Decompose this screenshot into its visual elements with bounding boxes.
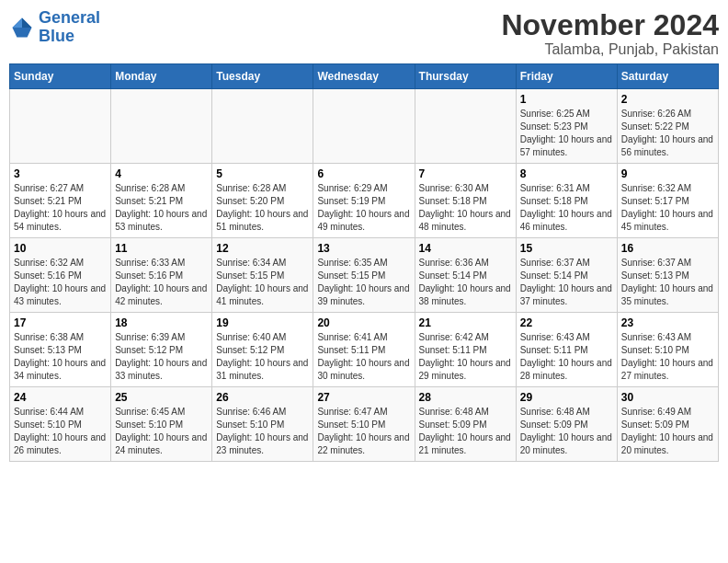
day-info: Sunrise: 6:38 AMSunset: 5:13 PMDaylight:…: [14, 331, 107, 383]
calendar-day-cell: 7Sunrise: 6:30 AMSunset: 5:18 PMDaylight…: [415, 164, 516, 238]
calendar-title: November 2024: [501, 9, 719, 41]
weekday-header: Wednesday: [313, 64, 415, 89]
weekday-header: Tuesday: [212, 64, 313, 89]
calendar-day-cell: 6Sunrise: 6:29 AMSunset: 5:19 PMDaylight…: [313, 164, 415, 238]
day-info: Sunrise: 6:28 AMSunset: 5:21 PMDaylight:…: [115, 182, 208, 234]
day-info: Sunrise: 6:45 AMSunset: 5:10 PMDaylight:…: [115, 406, 208, 457]
calendar-day-cell: 22Sunrise: 6:43 AMSunset: 5:11 PMDayligh…: [516, 313, 617, 387]
logo: General Blue: [9, 9, 100, 46]
day-info: Sunrise: 6:44 AMSunset: 5:10 PMDaylight:…: [14, 406, 107, 457]
day-number: 14: [419, 242, 512, 255]
calendar-day-cell: 23Sunrise: 6:43 AMSunset: 5:10 PMDayligh…: [617, 313, 718, 387]
day-info: Sunrise: 6:26 AMSunset: 5:22 PMDaylight:…: [621, 108, 714, 159]
calendar-week-row: 17Sunrise: 6:38 AMSunset: 5:13 PMDayligh…: [10, 313, 719, 387]
calendar-day-cell: 20Sunrise: 6:41 AMSunset: 5:11 PMDayligh…: [313, 313, 415, 387]
svg-marker-1: [22, 17, 32, 28]
calendar-day-cell: 1Sunrise: 6:25 AMSunset: 5:23 PMDaylight…: [516, 89, 617, 164]
calendar-day-cell: [10, 89, 111, 164]
day-number: 6: [317, 167, 410, 180]
calendar-day-cell: 11Sunrise: 6:33 AMSunset: 5:16 PMDayligh…: [111, 238, 212, 313]
day-info: Sunrise: 6:29 AMSunset: 5:19 PMDaylight:…: [317, 182, 410, 234]
calendar-week-row: 24Sunrise: 6:44 AMSunset: 5:10 PMDayligh…: [10, 387, 719, 462]
weekday-header: Thursday: [415, 64, 516, 89]
calendar-day-cell: 16Sunrise: 6:37 AMSunset: 5:13 PMDayligh…: [617, 238, 718, 313]
day-info: Sunrise: 6:32 AMSunset: 5:17 PMDaylight:…: [621, 182, 714, 234]
day-number: 25: [115, 391, 208, 404]
calendar-day-cell: 21Sunrise: 6:42 AMSunset: 5:11 PMDayligh…: [415, 313, 516, 387]
day-info: Sunrise: 6:34 AMSunset: 5:15 PMDaylight:…: [216, 257, 309, 308]
day-number: 20: [317, 316, 410, 329]
logo-line1: General: [39, 8, 100, 27]
day-number: 7: [419, 167, 512, 180]
day-number: 9: [621, 167, 714, 180]
day-number: 2: [621, 93, 714, 106]
day-info: Sunrise: 6:39 AMSunset: 5:12 PMDaylight:…: [115, 331, 208, 383]
day-number: 27: [317, 391, 410, 404]
day-info: Sunrise: 6:35 AMSunset: 5:15 PMDaylight:…: [317, 257, 410, 308]
calendar-day-cell: 29Sunrise: 6:48 AMSunset: 5:09 PMDayligh…: [516, 387, 617, 462]
calendar-table: SundayMondayTuesdayWednesdayThursdayFrid…: [9, 63, 719, 462]
day-number: 18: [115, 316, 208, 329]
calendar-day-cell: 9Sunrise: 6:32 AMSunset: 5:17 PMDaylight…: [617, 164, 718, 238]
day-info: Sunrise: 6:42 AMSunset: 5:11 PMDaylight:…: [419, 331, 512, 383]
calendar-week-row: 10Sunrise: 6:32 AMSunset: 5:16 PMDayligh…: [10, 238, 719, 313]
calendar-day-cell: 2Sunrise: 6:26 AMSunset: 5:22 PMDaylight…: [617, 89, 718, 164]
day-info: Sunrise: 6:37 AMSunset: 5:14 PMDaylight:…: [520, 257, 613, 308]
calendar-day-cell: 15Sunrise: 6:37 AMSunset: 5:14 PMDayligh…: [516, 238, 617, 313]
day-info: Sunrise: 6:30 AMSunset: 5:18 PMDaylight:…: [419, 182, 512, 234]
day-number: 5: [216, 167, 309, 180]
day-number: 29: [520, 391, 613, 404]
calendar-day-cell: [313, 89, 415, 164]
day-number: 19: [216, 316, 309, 329]
day-number: 30: [621, 391, 714, 404]
svg-marker-2: [13, 17, 23, 28]
day-info: Sunrise: 6:47 AMSunset: 5:10 PMDaylight:…: [317, 406, 410, 457]
calendar-day-cell: 14Sunrise: 6:36 AMSunset: 5:14 PMDayligh…: [415, 238, 516, 313]
calendar-day-cell: [415, 89, 516, 164]
logo-icon: [9, 15, 35, 40]
calendar-day-cell: 26Sunrise: 6:46 AMSunset: 5:10 PMDayligh…: [212, 387, 313, 462]
day-info: Sunrise: 6:43 AMSunset: 5:10 PMDaylight:…: [621, 331, 714, 383]
day-info: Sunrise: 6:31 AMSunset: 5:18 PMDaylight:…: [520, 182, 613, 234]
day-info: Sunrise: 6:40 AMSunset: 5:12 PMDaylight:…: [216, 331, 309, 383]
calendar-day-cell: 28Sunrise: 6:48 AMSunset: 5:09 PMDayligh…: [415, 387, 516, 462]
day-number: 23: [621, 316, 714, 329]
weekday-header: Sunday: [10, 64, 111, 89]
day-info: Sunrise: 6:33 AMSunset: 5:16 PMDaylight:…: [115, 257, 208, 308]
day-info: Sunrise: 6:32 AMSunset: 5:16 PMDaylight:…: [14, 257, 107, 308]
day-number: 13: [317, 242, 410, 255]
day-info: Sunrise: 6:37 AMSunset: 5:13 PMDaylight:…: [621, 257, 714, 308]
calendar-day-cell: 18Sunrise: 6:39 AMSunset: 5:12 PMDayligh…: [111, 313, 212, 387]
title-block: November 2024 Talamba, Punjab, Pakistan: [501, 9, 719, 58]
day-number: 15: [520, 242, 613, 255]
calendar-day-cell: 8Sunrise: 6:31 AMSunset: 5:18 PMDaylight…: [516, 164, 617, 238]
day-info: Sunrise: 6:48 AMSunset: 5:09 PMDaylight:…: [419, 406, 512, 457]
calendar-day-cell: 30Sunrise: 6:49 AMSunset: 5:09 PMDayligh…: [617, 387, 718, 462]
day-number: 24: [14, 391, 107, 404]
day-info: Sunrise: 6:48 AMSunset: 5:09 PMDaylight:…: [520, 406, 613, 457]
weekday-header: Saturday: [617, 64, 718, 89]
day-info: Sunrise: 6:25 AMSunset: 5:23 PMDaylight:…: [520, 108, 613, 159]
day-info: Sunrise: 6:46 AMSunset: 5:10 PMDaylight:…: [216, 406, 309, 457]
day-number: 16: [621, 242, 714, 255]
day-number: 11: [115, 242, 208, 255]
calendar-week-row: 3Sunrise: 6:27 AMSunset: 5:21 PMDaylight…: [10, 164, 719, 238]
calendar-day-cell: 17Sunrise: 6:38 AMSunset: 5:13 PMDayligh…: [10, 313, 111, 387]
day-number: 4: [115, 167, 208, 180]
calendar-day-cell: 12Sunrise: 6:34 AMSunset: 5:15 PMDayligh…: [212, 238, 313, 313]
calendar-day-cell: 10Sunrise: 6:32 AMSunset: 5:16 PMDayligh…: [10, 238, 111, 313]
day-number: 12: [216, 242, 309, 255]
calendar-week-row: 1Sunrise: 6:25 AMSunset: 5:23 PMDaylight…: [10, 89, 719, 164]
day-info: Sunrise: 6:27 AMSunset: 5:21 PMDaylight:…: [14, 182, 107, 234]
calendar-subtitle: Talamba, Punjab, Pakistan: [501, 41, 719, 58]
calendar-day-cell: 27Sunrise: 6:47 AMSunset: 5:10 PMDayligh…: [313, 387, 415, 462]
day-number: 28: [419, 391, 512, 404]
weekday-header-row: SundayMondayTuesdayWednesdayThursdayFrid…: [10, 64, 719, 89]
calendar-day-cell: [111, 89, 212, 164]
page-header: General Blue November 2024 Talamba, Punj…: [9, 9, 719, 58]
day-number: 1: [520, 93, 613, 106]
calendar-day-cell: 13Sunrise: 6:35 AMSunset: 5:15 PMDayligh…: [313, 238, 415, 313]
calendar-day-cell: 19Sunrise: 6:40 AMSunset: 5:12 PMDayligh…: [212, 313, 313, 387]
weekday-header: Monday: [111, 64, 212, 89]
calendar-day-cell: 3Sunrise: 6:27 AMSunset: 5:21 PMDaylight…: [10, 164, 111, 238]
